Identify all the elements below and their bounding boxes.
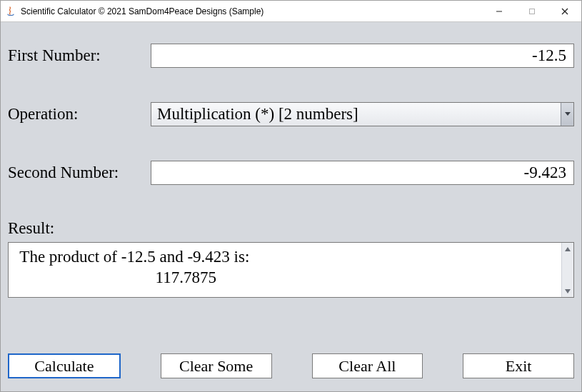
client-area: First Number: Operation: Multiplication …	[1, 22, 581, 391]
operation-selected-text: Multiplication (*) [2 numbers]	[157, 105, 358, 124]
result-label-row: Result:	[8, 219, 574, 238]
svg-marker-5	[565, 247, 571, 251]
result-label: Result:	[8, 219, 54, 237]
svg-marker-6	[565, 289, 571, 293]
exit-button[interactable]: Exit	[463, 353, 574, 378]
close-button[interactable]	[548, 1, 581, 21]
result-scrollbar[interactable]	[561, 243, 573, 297]
app-window: Scientific Calculator © 2021 SamDom4Peac…	[0, 0, 582, 392]
first-number-input[interactable]	[151, 44, 574, 68]
second-number-row: Second Number:	[8, 161, 574, 185]
window-title: Scientific Calculator © 2021 SamDom4Peac…	[21, 6, 264, 16]
first-number-row: First Number:	[8, 44, 574, 68]
result-textarea-wrap: The product of -12.5 and -9.423 is: 117.…	[8, 242, 574, 298]
operation-row: Operation: Multiplication (*) [2 numbers…	[8, 102, 574, 126]
operation-combobox[interactable]: Multiplication (*) [2 numbers]	[151, 102, 574, 126]
calculate-button[interactable]: Calculate	[8, 353, 121, 378]
clear-all-button[interactable]: Clear All	[312, 353, 423, 378]
second-number-input[interactable]	[151, 161, 574, 185]
maximize-button	[516, 1, 548, 21]
combobox-dropdown-button[interactable]	[561, 103, 573, 126]
first-number-label: First Number:	[8, 46, 151, 65]
scroll-down-icon[interactable]	[562, 285, 573, 297]
svg-rect-1	[530, 9, 535, 14]
clear-some-button[interactable]: Clear Some	[161, 353, 272, 378]
titlebar: Scientific Calculator © 2021 SamDom4Peac…	[1, 1, 581, 22]
chevron-down-icon	[565, 112, 571, 116]
svg-marker-4	[565, 112, 571, 116]
scroll-up-icon[interactable]	[562, 243, 573, 255]
operation-label: Operation:	[8, 105, 151, 124]
window-controls	[483, 1, 581, 21]
result-textarea[interactable]: The product of -12.5 and -9.423 is: 117.…	[9, 243, 561, 297]
java-app-icon	[5, 6, 16, 17]
button-row: Calculate Clear Some Clear All Exit	[8, 353, 574, 378]
second-number-label: Second Number:	[8, 164, 151, 182]
minimize-button[interactable]	[483, 1, 516, 21]
